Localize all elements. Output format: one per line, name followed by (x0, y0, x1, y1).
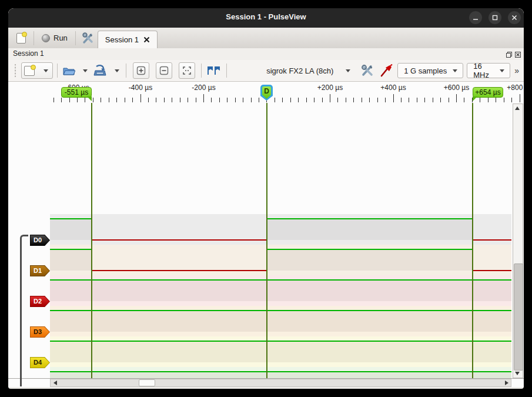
ruler-minor-tick (346, 98, 346, 102)
separator (57, 64, 58, 78)
horizontal-scrollbar-thumb[interactable] (139, 379, 155, 386)
scroll-left-button[interactable] (51, 379, 59, 386)
ruler-tick-label: +600 µs (438, 84, 476, 92)
ruler-major-tick (140, 94, 141, 102)
dock-close-button[interactable] (514, 50, 521, 57)
cursor-flag-notch (87, 96, 92, 101)
signal-high-line (50, 371, 511, 372)
ruler-minor-tick (259, 98, 259, 102)
toolbar-grip[interactable] (14, 64, 17, 77)
show-cursors-button[interactable] (206, 62, 222, 79)
cursor-line[interactable] (91, 103, 92, 378)
cursor-flag[interactable]: -551 µs (61, 87, 92, 98)
ruler-minor-tick (53, 98, 54, 102)
tab-session-1[interactable]: Session 1 (98, 31, 158, 49)
channels-button[interactable] (378, 62, 394, 79)
tab-bar: Run Session 1 (8, 28, 524, 49)
ruler-minor-tick (275, 98, 275, 102)
scroll-right-button[interactable] (503, 379, 510, 386)
ruler-minor-tick (101, 98, 101, 102)
channel-label-D4[interactable]: D4 (30, 357, 50, 368)
scroll-up-button[interactable] (513, 105, 521, 112)
cursor-flags-icon (206, 65, 222, 76)
zoom-out-button[interactable] (156, 62, 172, 79)
toolbar-overflow-button[interactable]: » (512, 66, 521, 75)
maximize-icon (492, 15, 498, 21)
signal-low-line (473, 239, 511, 241)
ruler-tick-label: +800 µs (501, 84, 524, 92)
run-label: Run (53, 34, 68, 42)
sample-count-label: 1 G samples (401, 66, 451, 75)
open-folder-icon (62, 65, 75, 76)
timeline-ruler[interactable]: -600 µs-400 µs-200 µs+200 µs+400 µs+600 … (8, 82, 524, 103)
ruler-minor-tick (188, 98, 188, 102)
channel-label-D1[interactable]: D1 (30, 265, 50, 276)
signal-high-fill (267, 249, 473, 271)
trace-group-bracket[interactable] (20, 235, 28, 386)
close-icon (511, 15, 517, 21)
ruler-minor-tick (337, 98, 338, 102)
run-state-icon (42, 34, 50, 42)
trigger-marker[interactable]: D (260, 85, 273, 101)
close-button[interactable] (508, 11, 521, 24)
sample-rate-selector[interactable]: 16 MHz (467, 63, 510, 78)
ruler-minor-tick (449, 98, 449, 102)
cursor-line[interactable] (472, 103, 473, 378)
ruler-minor-tick (377, 98, 378, 102)
channel-label-D0[interactable]: D0 (30, 235, 50, 246)
zoom-in-button[interactable] (133, 62, 149, 79)
channel-label-D2[interactable]: D2 (30, 296, 50, 307)
wrench-screwdriver-icon (82, 32, 94, 44)
open-button[interactable] (62, 62, 90, 79)
tab-close-icon[interactable] (143, 36, 150, 43)
horizontal-scrollbar[interactable] (50, 379, 511, 387)
settings-button[interactable] (80, 30, 96, 46)
ruler-minor-tick (180, 98, 180, 102)
vertical-scrollbar-thumb[interactable] (514, 263, 523, 371)
maximize-button[interactable] (488, 11, 501, 24)
save-icon (93, 65, 107, 76)
ruler-minor-tick (385, 98, 386, 102)
signal-high-line (50, 279, 511, 281)
signal-high-line (267, 249, 473, 250)
dock-float-button[interactable] (506, 50, 513, 57)
zoom-out-icon (159, 66, 169, 75)
chevron-down-icon (83, 69, 88, 72)
ruler-major-tick (456, 94, 457, 102)
ruler-minor-tick (125, 98, 125, 102)
ruler-tick-label: +200 µs (312, 84, 349, 92)
zoom-fit-button[interactable] (179, 62, 195, 79)
run-button[interactable]: Run (37, 31, 72, 45)
signal-high-line (50, 341, 511, 342)
channel-label-text: D4 (31, 358, 49, 368)
trigger-marker-label: D (262, 86, 271, 99)
cursor-flag[interactable]: +654 µs (473, 87, 503, 98)
zoom-fit-icon (182, 66, 192, 75)
vertical-scrollbar[interactable] (513, 104, 523, 378)
cursor-line[interactable] (266, 103, 267, 378)
tab-label: Session 1 (105, 35, 139, 44)
device-selector[interactable]: sigrok FX2 LA (8ch) (252, 63, 356, 78)
scroll-down-button[interactable] (513, 370, 521, 377)
titlebar[interactable]: Session 1 - PulseView (8, 8, 524, 28)
ruler-minor-tick (488, 98, 488, 102)
channel-label-text: D3 (31, 327, 49, 337)
channel-label-D3[interactable]: D3 (30, 326, 50, 338)
save-button[interactable] (92, 62, 122, 79)
waveform-layer (50, 103, 511, 378)
trace-area[interactable]: D0D1D2D3D4 (8, 103, 524, 379)
ruler-minor-tick (369, 98, 370, 102)
signal-high-fill (50, 249, 92, 271)
dock-header: Session 1 (8, 48, 524, 60)
configure-device-button[interactable] (359, 62, 376, 79)
minimize-button[interactable] (469, 11, 482, 24)
ruler-minor-tick (282, 98, 283, 102)
ruler-minor-tick (417, 98, 417, 102)
ruler-minor-tick (164, 98, 165, 102)
sample-count-selector[interactable]: 1 G samples (397, 63, 463, 78)
new-session-button[interactable] (21, 62, 53, 79)
ruler-minor-tick (116, 98, 117, 102)
ruler-minor-tick (314, 98, 314, 102)
signal-low-line (92, 239, 267, 241)
new-view-button[interactable] (13, 30, 29, 46)
